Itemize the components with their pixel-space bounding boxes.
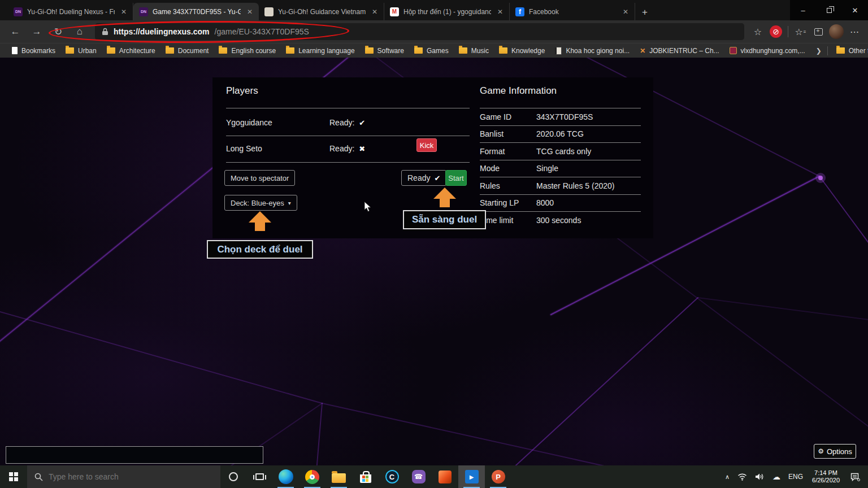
check-icon: ✔ (434, 174, 440, 182)
cortana-button[interactable] (220, 465, 246, 488)
facebook-favicon: f (515, 7, 524, 16)
tab-dueling-nexus-home[interactable]: DN Yu-Gi-Oh! Dueling Nexus - Free ✕ (8, 3, 133, 20)
window-controls: – ✕ (790, 0, 868, 20)
taskbar-app-file-explorer[interactable] (326, 465, 352, 488)
screen: DN Yu-Gi-Oh! Dueling Nexus - Free ✕ DN G… (0, 0, 868, 488)
bookmark-label: Software (377, 47, 404, 55)
onedrive-icon[interactable]: ☁ (769, 472, 784, 481)
refresh-button[interactable]: ↻ (47, 22, 69, 41)
folder-icon (66, 47, 74, 54)
restore-button[interactable] (816, 0, 842, 20)
home-button[interactable]: ⌂ (69, 22, 90, 41)
new-tab-button[interactable]: + (635, 7, 654, 20)
taskbar-app-movies-tv[interactable]: ▶ (458, 465, 485, 488)
search-icon (34, 473, 43, 481)
address-bar[interactable]: https://duelingnexus.com/game/EU-343X7T0… (95, 23, 744, 40)
collections-icon[interactable] (809, 23, 827, 41)
bookmark-folder-urban[interactable]: Urban (60, 47, 102, 55)
forward-button[interactable]: → (26, 22, 47, 41)
bookmark-item[interactable]: Bookmarks (7, 47, 60, 55)
bookmarks-overflow-chevron[interactable]: ❯ (810, 47, 827, 55)
time: 7:14 PM (812, 469, 840, 477)
ready-label: Ready: (329, 144, 354, 153)
divider (226, 108, 470, 108)
folder-icon (219, 47, 227, 54)
info-label: Banlist (480, 129, 536, 138)
move-to-spectator-button[interactable]: Move to spectator (224, 170, 295, 186)
info-label: Format (480, 147, 536, 156)
tab-gmail-inbox[interactable]: M Hộp thư đến (1) - ygoguidance@ ✕ (384, 3, 510, 20)
info-label: Game ID (480, 112, 536, 121)
tab-close-icon[interactable]: ✕ (621, 8, 630, 16)
bookmark-vlxdhunghung[interactable]: vlxdhunghung.com,... (724, 47, 810, 55)
bookmark-folder-learning-language[interactable]: Learning language (281, 47, 359, 55)
folder-icon (286, 47, 294, 54)
table-row: Game ID343X7T0DF95S (480, 108, 641, 126)
bookmark-khoa-hoc[interactable]: Khoa hoc giong noi... (550, 47, 635, 55)
taskbar-app-powerpoint[interactable]: P (485, 465, 511, 488)
tab-close-icon[interactable]: ✕ (119, 8, 128, 16)
chrome-icon (305, 470, 319, 484)
tab-game-active[interactable]: DN Game 343X7T0DF95S - Yu-Gi-O ✕ (133, 3, 259, 20)
search-input[interactable] (49, 472, 213, 481)
volume-icon[interactable] (751, 473, 769, 481)
language-indicator[interactable]: ENG (784, 473, 807, 481)
tab-title: Game 343X7T0DF95S - Yu-Gi-O (153, 8, 241, 16)
taskbar-search-box[interactable] (27, 465, 220, 488)
close-button[interactable]: ✕ (842, 0, 868, 20)
taskbar-app-chrome[interactable] (299, 465, 326, 488)
toolbar-right-icons: ☆ ⊘ ☆≡ ⋯ (749, 23, 863, 41)
bookmark-folder-architecture[interactable]: Architecture (102, 47, 160, 55)
edge-icon (279, 469, 293, 484)
bookmark-label: Games (427, 47, 449, 55)
info-value: Single (536, 164, 558, 173)
other-favorites-folder[interactable]: Other favorites (831, 47, 868, 55)
taskbar-app-office[interactable] (432, 465, 458, 488)
task-view-button[interactable] (246, 465, 272, 488)
task-view-icon (255, 473, 264, 480)
movies-tv-icon: ▶ (465, 470, 479, 483)
wifi-icon[interactable] (734, 473, 751, 481)
bookmark-folder-knowledge[interactable]: Knowledge (494, 47, 550, 55)
kick-button[interactable]: Kick (416, 138, 437, 152)
tab-close-icon[interactable]: ✕ (370, 8, 379, 16)
tab-close-icon[interactable]: ✕ (496, 8, 505, 16)
bookmark-folder-games[interactable]: Games (409, 47, 454, 55)
bookmark-folder-music[interactable]: Music (454, 47, 494, 55)
favorites-bar-icon[interactable]: ☆≡ (791, 23, 809, 41)
start-button[interactable] (0, 465, 27, 488)
collections-glyph (814, 28, 823, 36)
clock[interactable]: 7:14 PM 6/26/2020 (807, 469, 845, 484)
tab-title: Hộp thư đến (1) - ygoguidance@ (403, 8, 491, 16)
bookmark-jobkientruc[interactable]: ✕JOBKIENTRUC – Ch... (635, 47, 724, 55)
browser-tab-strip: DN Yu-Gi-Oh! Dueling Nexus - Free ✕ DN G… (0, 0, 868, 20)
ready-toggle-button[interactable]: Ready ✔ (401, 170, 446, 186)
adblock-extension-icon[interactable]: ⊘ (767, 23, 785, 41)
taskbar-app-edge[interactable] (272, 465, 299, 488)
options-button[interactable]: ⚙ Options (814, 444, 856, 459)
taskbar-app-store[interactable] (352, 465, 379, 488)
taskbar-app-ccleaner[interactable]: C (379, 465, 405, 488)
tab-facebook[interactable]: f Facebook ✕ (510, 3, 635, 20)
bookmark-folder-document[interactable]: Document (160, 47, 214, 55)
deck-select-dropdown[interactable]: Deck: Blue-eyes ▾ (224, 195, 297, 211)
tray-chevron-icon[interactable]: ∧ (721, 473, 734, 481)
chat-input[interactable] (6, 446, 263, 464)
bookmark-label: Music (471, 47, 489, 55)
minimize-button[interactable]: – (790, 0, 816, 20)
tab-guidance-vietnam[interactable]: Yu-Gi-Oh! Guidance Vietnam - H ✕ (259, 3, 384, 20)
avatar (829, 24, 844, 39)
bookmark-folder-software[interactable]: Software (360, 47, 409, 55)
start-button[interactable]: Start (445, 170, 467, 186)
bookmark-label: vlxdhunghung.com,... (741, 47, 805, 55)
tab-close-icon[interactable]: ✕ (245, 8, 254, 16)
settings-more-icon[interactable]: ⋯ (845, 23, 863, 41)
chevron-down-icon: ▾ (288, 200, 291, 206)
action-center-icon[interactable] (845, 473, 868, 481)
back-button[interactable]: ← (5, 22, 26, 41)
lines-icon: ≡ (804, 29, 806, 34)
taskbar-app-viber[interactable]: ☎ (405, 465, 432, 488)
profile-avatar[interactable] (827, 23, 845, 41)
bookmark-folder-english-course[interactable]: English course (214, 47, 281, 55)
add-favorite-star-icon[interactable]: ☆ (749, 23, 767, 41)
